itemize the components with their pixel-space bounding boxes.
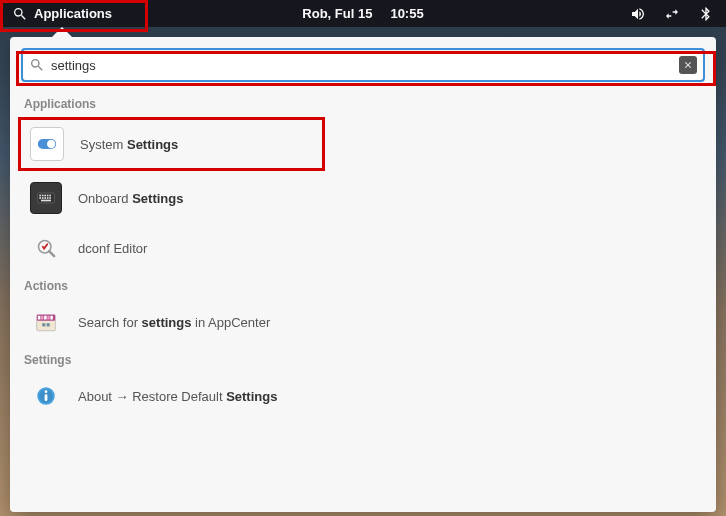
result-label: About → Restore Default Settings [78,389,277,404]
menu-arrow [52,27,72,37]
svg-rect-18 [38,316,41,320]
svg-rect-5 [44,195,46,197]
svg-rect-11 [47,197,49,199]
bluetooth-icon[interactable] [698,6,714,22]
svg-rect-19 [41,316,44,320]
info-icon [30,380,62,412]
svg-rect-13 [41,200,51,202]
panel-center: Rob, Ful 15 10:55 [302,6,423,21]
svg-rect-20 [44,316,47,320]
panel-right [630,6,726,22]
section-actions: Actions [10,273,716,297]
result-label: Search for settings in AppCenter [78,315,270,330]
appcenter-icon [30,306,62,338]
clear-search-button[interactable] [679,56,697,74]
svg-rect-7 [49,195,51,197]
applications-menu: Applications System Settings Onboard Set… [10,37,716,512]
svg-rect-12 [49,197,51,199]
result-label: System Settings [80,137,178,152]
volume-icon[interactable] [630,6,646,22]
onboard-icon [30,182,62,214]
svg-rect-8 [39,197,41,199]
svg-rect-28 [45,394,48,401]
svg-rect-10 [44,197,46,199]
svg-rect-23 [42,323,45,326]
svg-rect-16 [37,320,56,331]
svg-rect-21 [47,316,50,320]
result-system-settings[interactable]: System Settings [10,115,716,173]
search-wrap [10,37,716,91]
search-icon [29,57,45,73]
svg-point-27 [45,390,48,393]
svg-line-15 [49,251,54,256]
svg-rect-9 [42,197,44,199]
result-onboard-settings[interactable]: Onboard Settings [10,173,716,223]
top-panel: Applications Rob, Ful 15 10:55 [0,0,726,27]
section-applications: Applications [10,91,716,115]
panel-date[interactable]: Rob, Ful 15 [302,6,372,21]
svg-rect-24 [47,323,50,326]
result-search-appcenter[interactable]: Search for settings in AppCenter [10,297,716,347]
svg-rect-22 [50,316,53,320]
result-dconf-editor[interactable]: dconf Editor [10,223,716,273]
result-label: Onboard Settings [78,191,184,206]
svg-rect-3 [39,195,41,197]
result-label: dconf Editor [78,241,147,256]
search-icon [12,6,28,22]
panel-time[interactable]: 10:55 [390,6,423,21]
applications-label: Applications [34,6,112,21]
svg-point-1 [47,140,55,148]
search-box[interactable] [22,49,704,81]
applications-button[interactable]: Applications [0,0,124,27]
network-icon[interactable] [664,6,680,22]
section-settings: Settings [10,347,716,371]
svg-rect-4 [42,195,44,197]
search-input[interactable] [51,58,679,73]
system-settings-icon [30,127,64,161]
result-about-restore[interactable]: About → Restore Default Settings [10,371,716,421]
svg-rect-6 [47,195,49,197]
dconf-editor-icon [30,232,62,264]
